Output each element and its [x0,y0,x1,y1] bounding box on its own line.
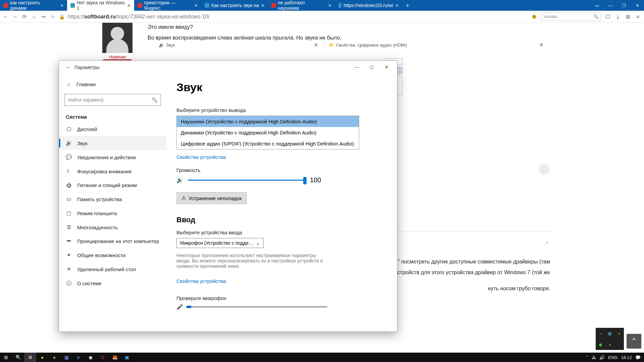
reload-button[interactable]: ⟳ [21,14,28,20]
browser-close-button[interactable]: ✕ [631,0,644,11]
dropdown-option[interactable]: Наушники (Устройство с поддержкой High D… [177,116,359,127]
tab-1[interactable]: Нет звука на Windows 1✕ [67,0,134,11]
back-button[interactable]: ← [62,64,74,70]
avatar[interactable] [102,23,132,53]
sidebar-item-power[interactable]: ⏻Питание и спящий режим [59,178,166,192]
bg-dialog-sound: 🔊Звук [156,43,178,48]
taskbar-chrome[interactable]: ◉ [85,353,97,362]
maximize-button[interactable]: ❐ [617,0,631,11]
taskbar-yandex[interactable]: ▣ [121,353,133,362]
address-bar[interactable]: https://softboard.ru/topic/73842-нет-зву… [68,14,210,20]
settings-search-input[interactable]: Найти параметр🔍 [64,94,161,106]
close-icon[interactable]: ✕ [537,42,546,48]
panel-icon[interactable]: ▭ [590,0,604,11]
back-button[interactable]: ← [3,14,9,19]
minimize-button[interactable]: — [350,61,364,74]
input-heading: Ввод [176,216,387,224]
settings-titlebar[interactable]: ← Параметры — ☐ ✕ [59,61,397,74]
lock-icon[interactable]: 🔒 [59,14,65,19]
slider-thumb[interactable] [303,177,307,184]
microphone-icon: 🎤 [176,304,183,310]
close-icon[interactable]: ✕ [127,3,131,8]
yandex-icon [3,3,8,8]
volume-slider[interactable] [188,180,305,181]
tab-5[interactable]: https://windows10i.ru/wi✕ [335,0,402,11]
close-icon[interactable]: ✕ [261,3,265,8]
close-icon[interactable]: ✕ [312,42,320,48]
troubleshoot-button[interactable]: ⚠Устранение неполадок [176,192,247,204]
device-properties-link[interactable]: Свойства устройства [176,278,226,284]
sidebar-item-focus[interactable]: ☾Фокусировка внимания [59,164,166,178]
sidebar-item-multitask[interactable]: ☰Многозадачность [59,220,166,234]
input-device-select[interactable]: Микрофон (Устройство с подде…⌄ [176,238,264,248]
sidebar-home[interactable]: ⌂Главная [59,78,166,90]
volume-icon[interactable]: 🔊 [599,355,605,360]
network-icon[interactable]: 🖧 [592,355,596,360]
close-icon[interactable]: ✕ [328,3,332,8]
sidebar-item-storage[interactable]: ▭Память устройства [59,192,166,206]
speaker-icon[interactable]: 🔊 [176,177,183,183]
like-button[interactable]: ♡ [539,164,550,175]
dropdown-option[interactable]: Динамики (Устройство с поддержкой High D… [177,127,359,138]
taskbar-app[interactable]: ▦ [60,353,72,362]
taskbar-settings[interactable]: ⚙ [24,353,36,362]
tray-icon[interactable]: ◆ [596,339,605,350]
close-icon[interactable]: ✕ [395,3,399,8]
translate-icon[interactable]: 🖵 [604,14,611,19]
bookmark-icon[interactable]: ☆ [50,14,56,20]
tray-icon[interactable]: ▪ [605,339,614,350]
language-indicator[interactable]: ENG [608,355,618,360]
tray-icon[interactable]: ▪ [614,328,624,339]
close-icon[interactable]: ✕ [194,3,198,8]
tray-chevron-icon[interactable]: ˄ [586,355,588,360]
sidebar-item-remote[interactable]: ✕Удаленный рабочий стол [59,262,166,276]
sidebar-item-tablet[interactable]: ▢Режим планшета [59,206,166,220]
tray-icon[interactable]: ▫ [596,328,605,339]
scroll-top-button[interactable]: ⌃ [627,334,641,349]
taskbar-firefox[interactable]: 🦊 [109,353,121,362]
device-properties-link[interactable]: Свойства устройства [176,154,226,160]
tab-2[interactable]: преистория — Яндекс:✕ [134,0,201,11]
taskbar-opera[interactable]: O [97,353,109,362]
taskbar-search[interactable]: 🔍 [12,353,24,362]
close-button[interactable]: ✕ [379,61,394,74]
forward-button[interactable]: → [12,14,18,19]
sidebar-item-sound[interactable]: 🔊Звук [59,136,166,150]
home-button[interactable]: ⌂ [31,14,37,19]
sidebar-item-label: Фокусировка внимания [77,169,131,174]
new-tab-button[interactable]: ＋ [402,0,413,11]
minimize-button[interactable]: — [604,0,617,11]
sidebar-item-notifications[interactable]: 💬Уведомления и действия [59,150,166,164]
folder-icon: 📁 [329,43,334,48]
share-icon[interactable]: ↗ [545,240,549,245]
sidebar-item-display[interactable]: 🖵Дисплей [59,122,166,136]
output-device-dropdown[interactable]: Наушники (Устройство с поддержкой High D… [176,116,359,149]
tab-0[interactable]: как настроить динами✕ [0,0,67,11]
downloads-icon[interactable]: ⭳ [614,14,621,19]
system-tray-popup[interactable]: ▫⊞▪ ◆▪ [596,328,624,350]
menu-icon[interactable]: ≡ [635,14,641,19]
sidebar-item-projecting[interactable]: ⮕Проецирование на этот компьютер [59,234,166,248]
taskbar-app[interactable]: ● [48,353,60,362]
start-button[interactable]: ⊞ [0,353,12,362]
sidebar-item-label: Звук [77,140,88,146]
extensions-icon[interactable]: ⊞ [625,14,631,20]
clock[interactable]: 18:12 [621,355,632,360]
close-icon[interactable]: ✕ [60,3,64,8]
tab-4[interactable]: не работают наушники✕ [268,0,335,11]
search-input[interactable]: Yandex🔍 [541,13,601,21]
taskbar-edge[interactable]: e [72,353,85,362]
taskbar-app[interactable]: ● [36,353,48,362]
dropdown-option[interactable]: Цифровое аудио (S/PDIF) (Устройство с по… [177,138,359,149]
maximize-button[interactable]: ☐ [364,61,379,74]
tab-3[interactable]: Как настроить звук на✕ [201,0,268,11]
speaker-icon: 🔊 [159,43,164,48]
notifications-icon[interactable]: 💬 [635,355,641,360]
shield-icon[interactable]: ⬢ [531,14,537,20]
sidebar-item-shared[interactable]: ✶Общие возможности [59,248,166,262]
tray-icon[interactable]: ⊞ [605,328,614,339]
sidebar-item-label: Дисплей [77,126,97,132]
sidebar-item-about[interactable]: ⓘО системе [59,276,166,291]
volume-label: Громкость [176,167,387,173]
history-icon[interactable]: ↪ [40,14,46,20]
